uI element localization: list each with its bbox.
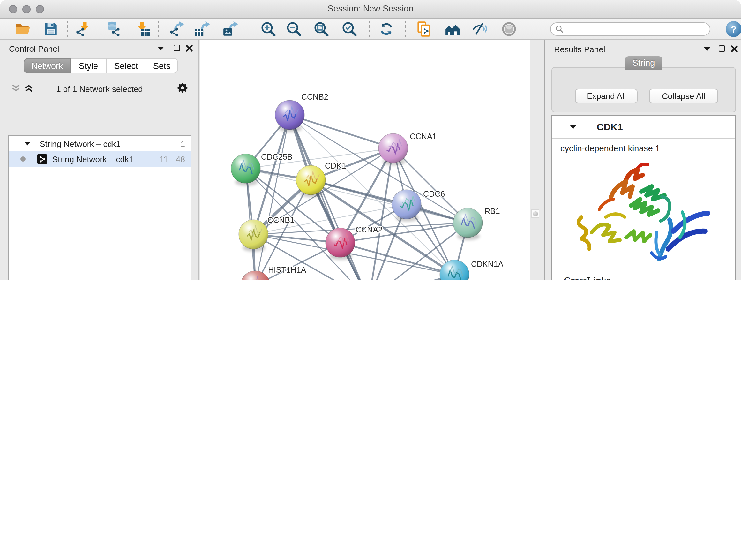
gene-description: cyclin-dependent kinase 1: [552, 138, 735, 153]
right-splitter-handle[interactable]: [531, 209, 539, 218]
toolbar-separator: [405, 21, 406, 37]
results-button-box: Expand All Collapse All: [551, 67, 736, 112]
toolbar-separator: [158, 21, 159, 37]
float-panel-icon[interactable]: [719, 45, 725, 52]
import-network-button[interactable]: [74, 20, 91, 38]
gray-orb-icon: [501, 21, 517, 37]
network-node-CCNA1[interactable]: CCNA1: [379, 132, 437, 165]
node-label-CCNA2: CCNA2: [355, 225, 383, 234]
zoom-out-icon: [286, 21, 302, 37]
gene-header-row[interactable]: CDK1: [552, 116, 735, 138]
node-label-CCNA1: CCNA1: [410, 132, 437, 141]
zoom-in-icon: [260, 21, 276, 37]
node-label-RB1: RB1: [484, 206, 500, 215]
node-label-CDK1: CDK1: [325, 161, 346, 170]
node-label-CCNB1: CCNB1: [267, 215, 294, 225]
close-panel-icon[interactable]: [731, 45, 738, 52]
database-icon: [105, 21, 121, 37]
export-network-button[interactable]: [168, 20, 185, 38]
protein-structure-image: [569, 156, 718, 271]
title-bar: Session: New Session: [0, 0, 741, 18]
network-status-dot: [20, 157, 25, 162]
node-label-CDKN1A: CDKN1A: [471, 260, 503, 268]
network-list: String Network – cdk1 1 String Network –…: [8, 135, 192, 280]
export-image-button[interactable]: [221, 20, 239, 38]
tab-sets[interactable]: Sets: [146, 58, 178, 73]
tab-string[interactable]: String: [625, 56, 663, 70]
results-tab-strip: String: [545, 56, 741, 70]
collapse-panel-icon[interactable]: [158, 47, 164, 51]
search-icon: [555, 25, 563, 33]
first-neighbors-button[interactable]: [444, 20, 461, 38]
network-node-HIST1H1A[interactable]: HIST1H1A: [241, 265, 307, 280]
gene-expander-icon[interactable]: [570, 125, 576, 129]
import-table-button[interactable]: [135, 20, 152, 38]
hide-selected-button[interactable]: [471, 20, 488, 38]
network-selection-summary: 1 of 1 Network selected: [0, 84, 199, 94]
network-canvas[interactable]: CCNB2CCNA1CDC25BCDK1CDC6RB1CCNB1CCNA2CDK…: [200, 40, 530, 280]
network-node-CDC6[interactable]: CDC6: [392, 189, 445, 222]
export-network-icon: [169, 21, 185, 37]
control-panel: Control Panel Network Style Select Sets …: [0, 40, 199, 280]
cytoscape-window: Session: New Session: [0, 0, 741, 280]
export-table-button[interactable]: [193, 20, 211, 38]
expand-all-button[interactable]: Expand All: [575, 89, 637, 104]
tab-network[interactable]: Network: [23, 58, 71, 73]
collection-expander-icon[interactable]: [24, 142, 30, 145]
zoom-selected-button[interactable]: [341, 20, 358, 38]
float-panel-icon[interactable]: [174, 45, 180, 51]
zoom-selected-icon: [341, 21, 357, 37]
save-icon: [43, 21, 59, 37]
network-node-RB1[interactable]: RB1: [453, 206, 500, 240]
network-graph[interactable]: CCNB2CCNA1CDC25BCDK1CDC6RB1CCNB1CCNA2CDK…: [200, 40, 530, 280]
collection-label: String Network – cdk1: [40, 139, 121, 148]
zoom-out-button[interactable]: [285, 20, 302, 38]
open-folder-icon: [15, 21, 30, 37]
results-panel: Results Panel String Expand All Collapse…: [544, 40, 741, 280]
import-network-icon: [75, 21, 91, 37]
export-table-icon: [194, 21, 210, 37]
toolbar-separator: [250, 21, 250, 37]
control-panel-title: Control Panel: [9, 44, 59, 54]
houses-icon: [444, 21, 460, 37]
network-node-CDKN1A[interactable]: CDKN1A: [440, 260, 503, 280]
export-image-icon: [222, 21, 238, 37]
zoom-in-button[interactable]: [260, 20, 277, 38]
zoom-fit-button[interactable]: [313, 20, 330, 38]
crosslinks-title: CrossLinks: [563, 275, 735, 280]
copy-document-icon: [416, 21, 432, 37]
node-label-CCNB2: CCNB2: [301, 92, 328, 101]
zoom-fit-icon: [313, 21, 329, 37]
tab-select[interactable]: Select: [107, 58, 146, 73]
network-row[interactable]: String Network – cdk1 11 48: [9, 151, 191, 167]
show-all-button[interactable]: [500, 20, 518, 38]
network-node-CDK1[interactable]: CDK1: [296, 161, 346, 197]
window-title: Session: New Session: [0, 4, 741, 13]
toolbar-separator: [369, 21, 369, 37]
collapse-panel-icon[interactable]: [704, 47, 711, 51]
gene-details-card: CDK1 cyclin-dependent kinase 1: [551, 115, 736, 280]
clone-network-button[interactable]: [415, 20, 433, 38]
import-table-icon: [135, 21, 151, 37]
tab-style[interactable]: Style: [71, 58, 107, 73]
search-input[interactable]: [563, 24, 710, 34]
save-session-button[interactable]: [42, 20, 59, 38]
network-label: String Network – cdk1: [52, 154, 133, 164]
network-edge-count: 48: [176, 154, 185, 164]
string-network-icon: [37, 154, 47, 164]
help-button[interactable]: ?: [726, 21, 741, 37]
refresh-icon: [379, 21, 394, 37]
collection-count: 1: [181, 139, 185, 148]
gene-name: CDK1: [597, 121, 623, 132]
network-edge[interactable]: [290, 115, 393, 148]
collapse-all-button[interactable]: Collapse All: [649, 89, 718, 104]
node-label-HIST1H1A: HIST1H1A: [268, 265, 307, 274]
network-collection-row[interactable]: String Network – cdk1 1: [9, 136, 191, 151]
close-panel-icon[interactable]: [186, 45, 193, 52]
search-box: [550, 22, 711, 36]
apply-layout-button[interactable]: [378, 20, 395, 38]
network-options-gear-icon[interactable]: [177, 82, 189, 96]
import-network-from-database-button[interactable]: [104, 20, 121, 38]
open-session-button[interactable]: [14, 20, 31, 38]
main-toolbar: ?: [0, 18, 741, 40]
